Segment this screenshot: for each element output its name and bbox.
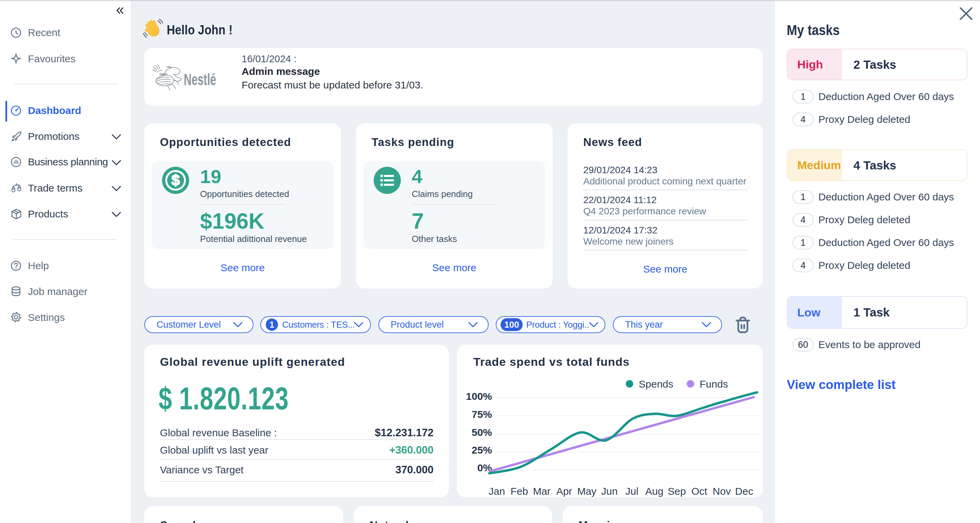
svg-text:$: $ — [172, 172, 180, 189]
